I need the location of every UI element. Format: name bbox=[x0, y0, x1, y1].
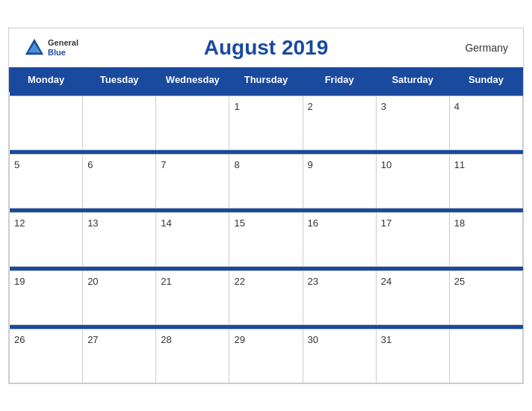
calendar-cell: 26 bbox=[10, 329, 83, 383]
calendar-cell: 8 bbox=[229, 154, 303, 208]
logo-text: General Blue bbox=[48, 38, 78, 56]
day-number: 27 bbox=[87, 334, 98, 345]
calendar-cell: 19 bbox=[10, 271, 83, 324]
calendar-cell: 7 bbox=[156, 154, 229, 208]
calendar-cell bbox=[83, 96, 156, 149]
calendar-cell: 13 bbox=[83, 212, 156, 266]
day-number: 17 bbox=[381, 217, 392, 229]
day-number: 10 bbox=[381, 159, 392, 170]
day-header-saturday: Saturday bbox=[376, 67, 449, 91]
day-header-friday: Friday bbox=[303, 67, 376, 91]
day-number: 23 bbox=[308, 276, 318, 287]
calendar-cell: 18 bbox=[449, 212, 522, 266]
day-number: 20 bbox=[87, 276, 98, 287]
day-number: 21 bbox=[161, 276, 171, 287]
day-number: 19 bbox=[14, 276, 25, 287]
logo-icon bbox=[24, 37, 45, 58]
calendar: General Blue August 2019 Germany MondayT… bbox=[8, 28, 524, 384]
day-number: 22 bbox=[234, 276, 244, 287]
week-row-4: 262728293031 bbox=[10, 329, 523, 383]
day-number: 2 bbox=[308, 101, 313, 112]
calendar-cell: 3 bbox=[376, 96, 449, 149]
calendar-cell: 5 bbox=[10, 154, 83, 208]
day-number: 16 bbox=[308, 217, 318, 229]
day-header-sunday: Sunday bbox=[449, 67, 522, 91]
calendar-title: August 2019 bbox=[204, 36, 329, 60]
day-number: 15 bbox=[234, 217, 244, 229]
calendar-cell: 20 bbox=[83, 271, 156, 324]
day-number: 12 bbox=[14, 217, 25, 229]
days-header-row: MondayTuesdayWednesdayThursdayFridaySatu… bbox=[10, 67, 523, 91]
day-number: 31 bbox=[381, 334, 392, 345]
calendar-cell: 31 bbox=[376, 329, 449, 383]
day-header-tuesday: Tuesday bbox=[83, 67, 156, 91]
calendar-cell: 11 bbox=[449, 154, 522, 208]
calendar-cell: 10 bbox=[376, 154, 449, 208]
calendar-cell: 29 bbox=[229, 329, 303, 383]
day-number: 28 bbox=[161, 334, 171, 345]
calendar-cell: 16 bbox=[303, 212, 376, 266]
calendar-cell bbox=[156, 96, 229, 149]
calendar-cell: 6 bbox=[83, 154, 156, 208]
logo: General Blue bbox=[24, 37, 78, 58]
calendar-cell: 25 bbox=[449, 271, 522, 324]
day-number: 18 bbox=[454, 217, 465, 229]
week-row-2: 12131415161718 bbox=[10, 212, 523, 266]
day-number: 13 bbox=[87, 217, 98, 229]
day-number: 5 bbox=[14, 159, 19, 170]
day-number: 9 bbox=[308, 159, 313, 170]
day-number: 29 bbox=[234, 334, 244, 345]
day-number: 1 bbox=[234, 101, 239, 112]
calendar-cell: 4 bbox=[449, 96, 522, 149]
week-row-1: 567891011 bbox=[10, 154, 523, 208]
calendar-cell: 28 bbox=[156, 329, 229, 383]
calendar-cell: 14 bbox=[156, 212, 229, 266]
day-number: 7 bbox=[161, 159, 166, 170]
calendar-cell: 9 bbox=[303, 154, 376, 208]
calendar-header: General Blue August 2019 Germany bbox=[9, 28, 523, 67]
day-header-wednesday: Wednesday bbox=[156, 67, 229, 91]
calendar-cell: 23 bbox=[303, 271, 376, 324]
logo-general: General bbox=[48, 38, 78, 47]
calendar-cell: 22 bbox=[229, 271, 303, 324]
week-row-0: 1234 bbox=[10, 96, 523, 149]
day-number: 26 bbox=[14, 334, 25, 345]
week-row-3: 19202122232425 bbox=[10, 271, 523, 324]
day-number: 6 bbox=[87, 159, 93, 170]
calendar-cell: 21 bbox=[156, 271, 229, 324]
day-header-thursday: Thursday bbox=[229, 67, 303, 91]
day-header-monday: Monday bbox=[10, 67, 83, 91]
day-number: 4 bbox=[454, 101, 460, 112]
day-number: 8 bbox=[234, 159, 239, 170]
calendar-table: MondayTuesdayWednesdayThursdayFridaySatu… bbox=[9, 67, 523, 383]
calendar-cell: 15 bbox=[229, 212, 303, 266]
calendar-cell: 12 bbox=[10, 212, 83, 266]
country-label: Germany bbox=[465, 42, 508, 54]
calendar-cell bbox=[10, 96, 83, 149]
calendar-cell: 2 bbox=[303, 96, 376, 149]
calendar-cell: 1 bbox=[229, 96, 303, 149]
calendar-cell bbox=[449, 329, 522, 383]
day-number: 30 bbox=[308, 334, 318, 345]
calendar-cell: 30 bbox=[303, 329, 376, 383]
day-number: 11 bbox=[454, 159, 465, 170]
logo-blue: Blue bbox=[48, 48, 78, 57]
day-number: 25 bbox=[454, 276, 465, 287]
calendar-cell: 27 bbox=[83, 329, 156, 383]
day-number: 24 bbox=[381, 276, 392, 287]
calendar-cell: 24 bbox=[376, 271, 449, 324]
day-number: 3 bbox=[381, 101, 386, 112]
calendar-cell: 17 bbox=[376, 212, 449, 266]
day-number: 14 bbox=[161, 217, 171, 229]
